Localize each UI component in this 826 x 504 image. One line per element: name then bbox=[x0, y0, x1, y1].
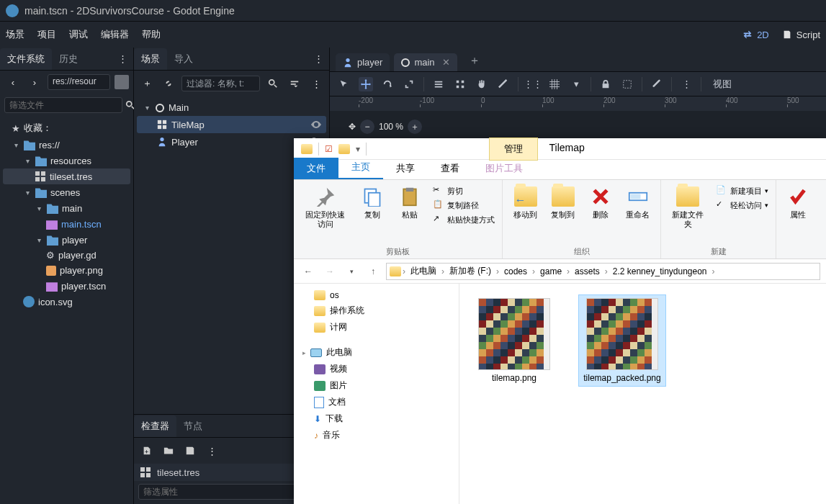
snap-options-tool[interactable]: ▾ bbox=[569, 77, 583, 91]
bone-tool[interactable] bbox=[650, 77, 664, 91]
fs-file-player-png[interactable]: player.png bbox=[3, 263, 130, 278]
tree-folder-jw[interactable]: 计网 bbox=[297, 319, 456, 336]
fs-folder-player[interactable]: ▾ player bbox=[3, 232, 130, 248]
breadcrumb-segment[interactable]: 此电脑 bbox=[407, 265, 440, 277]
menu-scene[interactable]: 场景 bbox=[6, 28, 24, 41]
mode-2d-button[interactable]: 2D bbox=[742, 30, 769, 40]
fs-favorites[interactable]: ★ 收藏： bbox=[3, 120, 130, 137]
view-menu-button[interactable]: 视图 bbox=[709, 77, 736, 91]
nav-back-button[interactable]: ‹ bbox=[4, 73, 22, 91]
tree-videos[interactable]: 视频 bbox=[297, 361, 456, 377]
fs-folder-resources[interactable]: ▾ resources bbox=[3, 153, 130, 168]
zoom-in-button[interactable]: ＋ bbox=[408, 120, 422, 134]
pin-quickaccess-button[interactable]: 固定到快速访问 bbox=[300, 183, 351, 230]
nav-forward-button[interactable]: → bbox=[321, 263, 338, 280]
tree-folder-cz[interactable]: 操作系统 bbox=[297, 302, 456, 319]
tab-import[interactable]: 导入 bbox=[167, 48, 200, 70]
easy-access-button[interactable]: ✓轻松访问▾ bbox=[714, 199, 770, 212]
breadcrumb-segment[interactable]: codes bbox=[500, 266, 531, 276]
menu-project[interactable]: 项目 bbox=[37, 28, 56, 41]
breadcrumb-segment[interactable]: 2.2 kenney_tinydungeon bbox=[609, 266, 711, 276]
folder-icon[interactable] bbox=[301, 144, 313, 154]
new-folder-button[interactable]: 新建文件夹 bbox=[667, 183, 709, 230]
tree-music[interactable]: ♪音乐 bbox=[297, 427, 456, 444]
fs-file-icon-svg[interactable]: icon.svg bbox=[3, 294, 130, 310]
file-tilemap-packed-png[interactable]: tilemap_packed.png bbox=[579, 295, 665, 386]
visibility-icon[interactable] bbox=[310, 119, 322, 130]
tab-scene[interactable]: 场景 bbox=[134, 48, 167, 70]
save-resource-button[interactable] bbox=[181, 442, 199, 459]
tab-node[interactable]: 节点 bbox=[176, 415, 210, 437]
grid-snap-tool[interactable] bbox=[547, 77, 562, 91]
paste-shortcut-button[interactable]: ↗粘贴快捷方式 bbox=[431, 213, 496, 226]
scene-more-icon[interactable]: ⋮ bbox=[307, 75, 325, 92]
snap-tool[interactable]: ⋮⋮ bbox=[526, 77, 540, 91]
mode-script-button[interactable]: Script bbox=[782, 30, 820, 40]
new-tab-button[interactable]: ＋ bbox=[462, 50, 488, 71]
new-item-button[interactable]: 📄新建项目▾ bbox=[714, 184, 770, 197]
ruler-tool[interactable] bbox=[496, 77, 511, 91]
explorer-files-pane[interactable]: tilemap.png tilemap_packed.png bbox=[459, 284, 826, 504]
menu-debug[interactable]: 调试 bbox=[69, 28, 88, 41]
misc-tool[interactable]: ⋮ bbox=[679, 77, 693, 91]
ribbon-tab-view[interactable]: 查看 bbox=[428, 158, 472, 179]
menu-help[interactable]: 帮助 bbox=[142, 28, 161, 41]
folder-icon[interactable] bbox=[338, 144, 350, 154]
fs-root[interactable]: ▾ res:// bbox=[3, 137, 130, 153]
ribbon-tab-home[interactable]: 主页 bbox=[338, 156, 383, 179]
file-tab-player[interactable]: player bbox=[336, 53, 390, 71]
cut-button[interactable]: ✂剪切 bbox=[431, 184, 496, 197]
dock-more-icon[interactable]: ⋮ bbox=[112, 53, 133, 64]
lock-tool[interactable] bbox=[598, 77, 613, 91]
file-tilemap-png[interactable]: tilemap.png bbox=[471, 295, 557, 386]
copy-to-button[interactable]: 复制到 bbox=[547, 183, 579, 221]
fs-folder-main[interactable]: ▾ main bbox=[3, 200, 130, 216]
menu-editor[interactable]: 编辑器 bbox=[101, 28, 129, 41]
tree-documents[interactable]: 文档 bbox=[297, 394, 456, 410]
zoom-out-button[interactable]: − bbox=[360, 120, 374, 134]
pan-tool[interactable] bbox=[475, 77, 489, 91]
fs-file-player-gd[interactable]: ⚙ player.gd bbox=[3, 248, 130, 263]
list-tool[interactable] bbox=[431, 77, 446, 91]
ribbon-tab-file[interactable]: 文件 bbox=[294, 158, 338, 179]
fs-file-player-tscn[interactable]: player.tscn bbox=[3, 278, 130, 294]
breadcrumb-segment[interactable]: assets bbox=[571, 266, 603, 276]
new-resource-button[interactable] bbox=[138, 442, 156, 459]
nav-back-button[interactable]: ← bbox=[300, 263, 317, 280]
node-tilemap[interactable]: TileMap bbox=[137, 116, 326, 133]
path-field[interactable]: res://resour bbox=[48, 74, 110, 90]
contextual-manage-tab[interactable]: 管理 bbox=[489, 138, 538, 161]
tab-inspector[interactable]: 检查器 bbox=[134, 415, 176, 437]
qa-checkbox[interactable]: ☑ bbox=[325, 144, 333, 154]
properties-button[interactable]: 属性 bbox=[782, 183, 814, 221]
tree-pictures[interactable]: 图片 bbox=[297, 377, 456, 394]
tab-history[interactable]: 历史 bbox=[52, 48, 85, 70]
tree-folder-os[interactable]: os bbox=[297, 288, 456, 302]
scene-dock-more-icon[interactable]: ⋮ bbox=[308, 53, 329, 64]
zoom-level[interactable]: 100 % bbox=[379, 122, 403, 132]
copy-button[interactable]: 复制 bbox=[356, 183, 388, 221]
nav-fwd-button[interactable]: › bbox=[26, 73, 43, 91]
nav-recent-button[interactable]: ▾ bbox=[343, 263, 360, 280]
scene-filter-input[interactable]: 过滤器: 名称, t: bbox=[181, 76, 260, 91]
fs-folder-scenes[interactable]: ▾ scenes bbox=[3, 184, 130, 200]
fs-file-main-tscn[interactable]: main.tscn bbox=[3, 216, 130, 232]
move-tool[interactable] bbox=[359, 77, 373, 91]
qa-dropdown-icon[interactable]: ▾ bbox=[356, 144, 360, 154]
select-tool[interactable] bbox=[337, 77, 351, 91]
breadcrumb-segment[interactable]: 新加卷 (F:) bbox=[446, 265, 495, 277]
inspector-extra-icon[interactable]: ⋮ bbox=[203, 442, 220, 459]
node-main[interactable]: ▾ Main bbox=[137, 99, 326, 116]
nav-up-button[interactable]: ↑ bbox=[364, 263, 382, 280]
rename-button[interactable]: 重命名 bbox=[622, 183, 654, 221]
group-tool[interactable] bbox=[620, 77, 634, 91]
fs-file-tileset[interactable]: tileset.tres bbox=[3, 168, 130, 184]
fs-filter-input[interactable] bbox=[4, 97, 122, 113]
link-node-button[interactable] bbox=[160, 75, 177, 92]
filter-search-icon[interactable] bbox=[264, 75, 282, 92]
load-resource-button[interactable] bbox=[160, 442, 177, 459]
add-node-button[interactable]: ＋ bbox=[138, 75, 156, 92]
ribbon-tab-picture[interactable]: 图片工具 bbox=[472, 158, 536, 179]
rotate-tool[interactable] bbox=[380, 77, 395, 91]
center-view-icon[interactable]: ✥ bbox=[349, 122, 356, 132]
